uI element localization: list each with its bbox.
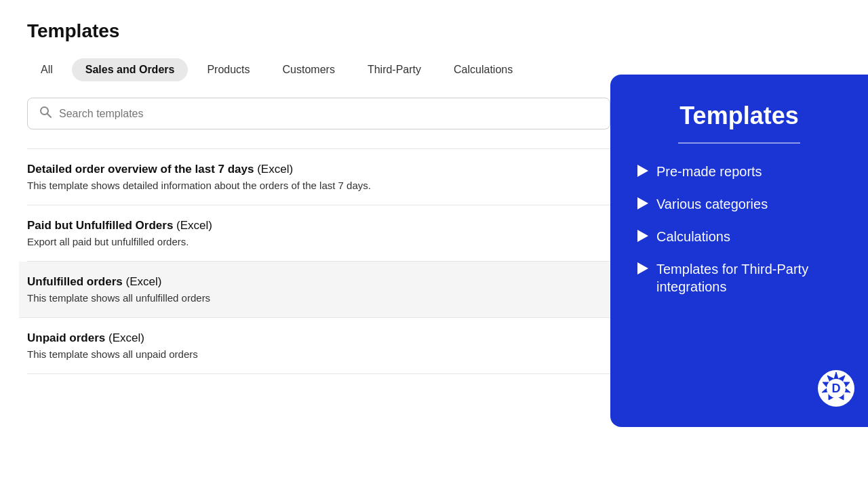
page-title: Templates (27, 20, 583, 42)
tab-calculations[interactable]: Calculations (440, 58, 526, 81)
badge: D (818, 370, 854, 407)
template-item-highlighted[interactable]: Unfulfilled orders (Excel) This template… (19, 262, 618, 318)
template-item[interactable]: Paid but Unfulfilled Orders (Excel) Expo… (27, 205, 610, 262)
tooltip-item: Calculations (637, 228, 841, 245)
tooltip-item-text: Templates for Third-Party integrations (656, 260, 841, 296)
tooltip-item-text: Calculations (656, 228, 730, 245)
template-item[interactable]: Detailed order overview of the last 7 da… (27, 148, 610, 205)
search-input[interactable] (59, 108, 599, 120)
tooltip-divider (678, 142, 800, 144)
arrow-icon (637, 197, 648, 209)
tooltip-panel: Templates Pre-made reports Various categ… (610, 75, 868, 427)
tooltip-list: Pre-made reports Various categories Calc… (637, 163, 841, 296)
template-format: (Excel) (176, 219, 212, 232)
svg-line-1 (47, 114, 52, 118)
template-name: Detailed order overview of the last 7 da… (27, 163, 254, 176)
arrow-icon (637, 165, 648, 177)
tooltip-item: Templates for Third-Party integrations (637, 260, 841, 296)
search-bar (27, 98, 610, 129)
template-format: (Excel) (108, 331, 144, 344)
tooltip-item: Various categories (637, 195, 841, 213)
template-title: Paid but Unfulfilled Orders (Excel) (27, 219, 610, 232)
template-desc: Export all paid but unfulfilled orders. (27, 236, 610, 247)
template-format: (Excel) (125, 275, 161, 288)
tab-products[interactable]: Products (193, 58, 263, 81)
tooltip-item: Pre-made reports (637, 163, 841, 180)
template-list: Detailed order overview of the last 7 da… (27, 148, 610, 374)
main-content: Templates All Sales and Orders Products … (0, 0, 610, 394)
tabs-container: All Sales and Orders Products Customers … (27, 58, 583, 81)
template-desc: This template shows all unfulfilled orde… (27, 292, 610, 304)
tab-sales-orders[interactable]: Sales and Orders (72, 58, 189, 81)
template-desc: This template shows all unpaid orders (27, 348, 610, 360)
arrow-icon (637, 262, 648, 274)
tab-third-party[interactable]: Third-Party (354, 58, 435, 81)
template-item[interactable]: Unpaid orders (Excel) This template show… (27, 318, 610, 374)
template-title: Unpaid orders (Excel) (27, 331, 610, 345)
search-icon (39, 105, 52, 122)
tooltip-item-text: Various categories (656, 195, 768, 213)
template-name: Paid but Unfulfilled Orders (27, 219, 173, 232)
template-name: Unfulfilled orders (27, 275, 123, 288)
template-title: Detailed order overview of the last 7 da… (27, 163, 610, 176)
arrow-icon (637, 230, 648, 242)
tab-all[interactable]: All (27, 58, 66, 81)
template-format: (Excel) (257, 163, 293, 176)
template-desc: This template shows detailed information… (27, 180, 610, 191)
template-title: Unfulfilled orders (Excel) (27, 275, 610, 289)
tooltip-item-text: Pre-made reports (656, 163, 762, 180)
tab-customers[interactable]: Customers (269, 58, 349, 81)
svg-text:D: D (832, 382, 841, 395)
tooltip-title: Templates (637, 102, 841, 130)
template-name: Unpaid orders (27, 331, 105, 344)
